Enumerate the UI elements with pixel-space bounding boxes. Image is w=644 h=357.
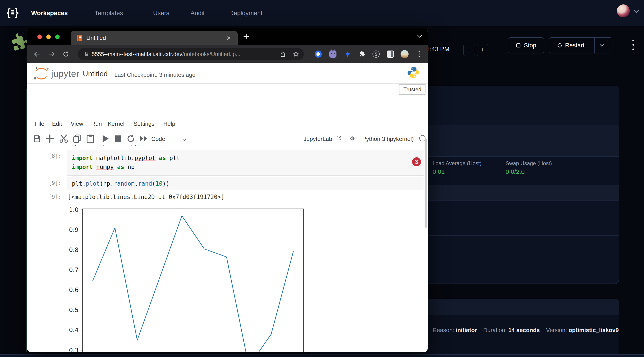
menu-file[interactable]: File [35,120,44,127]
build-duration-label: Duration: [483,327,507,334]
restart-options-chevron-icon[interactable] [600,44,604,47]
cell-9-prompt: [9]: [48,180,62,186]
build-version-value: optimistic_liskov9 [568,327,619,334]
matplotlib-line-chart: 0.20.30.40.50.60.70.80.91.002468 [60,202,348,352]
nav-item-templates[interactable]: Templates [94,0,123,26]
nav-item-deployment[interactable]: Deployment [229,0,262,26]
menu-run[interactable]: Run [91,120,102,127]
zoom-out-button[interactable]: − [463,44,475,56]
svg-text:0.4: 0.4 [69,326,78,334]
user-avatar[interactable] [617,4,630,17]
notification-count: 3 [415,159,418,165]
cell-type-select[interactable]: Code [151,136,165,142]
workspace-kebab-menu[interactable] [631,38,635,53]
cell-type-chevron-icon[interactable] [182,138,186,141]
cat-extension-icon[interactable] [329,50,336,58]
url-path: /notebooks/Untitled.ip... [182,51,240,58]
menu-kernel[interactable]: Kernel [108,120,124,127]
profile-avatar-icon[interactable] [400,50,408,58]
run-all-cells-icon[interactable] [139,134,149,144]
restart-button-label: Restart... [565,42,590,49]
nav-item-workspaces[interactable]: Workspaces [31,0,68,26]
stop-workspace-button[interactable]: Stop [508,38,544,54]
menu-help[interactable]: Help [163,120,175,127]
user-menu-chevron-icon[interactable] [633,9,639,13]
svg-text:0.7: 0.7 [69,266,78,273]
lock-icon [84,52,88,57]
notebook-scrollbar[interactable] [424,139,427,228]
nav-item-audit[interactable]: Audit [190,0,205,26]
menu-view[interactable]: View [71,120,83,127]
restart-workspace-button[interactable]: Restart... [549,38,612,54]
browser-toolbar: 5555--main--test--matifali.atif.cdr.dev/… [27,45,428,63]
sidepanel-extension-icon[interactable] [387,50,394,58]
output-9-text: [<matplotlib.lines.Line2D at 0x7fd03f191… [68,192,224,202]
coder-logo[interactable] [6,6,20,20]
debugger-bug-icon[interactable] [349,135,355,141]
bottom-section-edge [0,354,644,357]
restart-kernel-icon[interactable] [126,134,136,144]
cell-9-input[interactable]: plt.plot(np.random.rand(10)) [67,177,424,190]
window-zoom-button[interactable] [55,34,60,39]
nav-item-users[interactable]: Users [153,0,169,26]
svg-text:0.5: 0.5 [69,306,78,314]
tab-title: Untitled [86,34,106,42]
paste-cell-icon[interactable] [86,134,95,144]
trusted-button[interactable]: Trusted [399,84,426,94]
new-tab-button[interactable] [244,34,249,40]
forward-button[interactable] [48,50,55,58]
reload-button[interactable] [62,50,70,58]
kernel-name[interactable]: Python 3 (ipykernel) [362,136,414,142]
swap-usage-value: 0.0/2.0 [506,168,525,176]
run-cell-icon[interactable] [100,134,110,144]
svg-text:0.3: 0.3 [69,347,78,352]
cell-8-prompt: [8]: [48,153,62,159]
url-host: 5555--main--test--matifali.atif.cdr.dev [92,51,182,58]
onepassword-extension-icon[interactable] [315,50,322,58]
chrome-menu-kebab-icon[interactable] [418,50,420,58]
save-icon[interactable] [32,134,42,144]
tab-close-icon[interactable] [226,36,231,40]
notebook-title[interactable]: Untitled [83,70,108,78]
lightning-extension-icon[interactable] [344,50,351,58]
python-logo [407,66,420,79]
copy-cell-icon[interactable] [72,134,82,144]
external-link-icon[interactable] [336,135,342,141]
menu-edit[interactable]: Edit [52,120,62,127]
cut-cell-icon[interactable] [59,134,68,144]
output-9-prompt: [9]: [48,194,62,200]
window-close-button[interactable] [38,34,42,39]
svg-text:0.9: 0.9 [69,226,78,233]
window-minimize-button[interactable] [46,34,51,39]
notebook-favicon [76,34,83,42]
share-icon[interactable] [280,51,286,57]
zoom-in-button[interactable]: + [477,44,488,56]
load-average-label: Load Average (Host) [432,160,482,166]
restart-icon [557,43,562,48]
menu-settings[interactable]: Settings [134,120,154,127]
svg-text:0.6: 0.6 [69,286,78,293]
svg-text:1.0: 1.0 [69,206,78,213]
back-button[interactable] [34,50,40,58]
build-meta-row: Reason: initiator Duration: 14 seconds V… [432,327,619,334]
cell-8-input[interactable]: import matplotlib.pyplot as pltimport nu… [67,150,424,176]
code-line: plt.plot(np.random.rand(10)) [72,179,419,188]
code-line: import matplotlib.pyplot as plt [72,154,419,162]
load-average-value: 0.01 [432,168,445,176]
build-reason-label: Reason: [432,327,454,334]
jupyter-page: jupyter Untitled Last Checkpoint: 3 minu… [27,63,428,352]
address-bar[interactable]: 5555--main--test--matifali.atif.cdr.dev/… [78,48,304,60]
jupyter-logo [33,67,50,80]
browser-tab[interactable]: Untitled [71,31,238,45]
browser-window: Untitled 5555--main--test- [27,28,428,352]
notification-badge[interactable]: 3 [411,156,422,167]
s-extension-icon[interactable]: S [372,50,380,58]
bookmark-star-icon[interactable] [293,51,299,57]
interrupt-kernel-icon[interactable] [113,134,123,144]
tab-search-chevron-icon[interactable] [417,34,422,38]
extensions-puzzle-icon[interactable] [359,50,366,57]
jupyterlab-link[interactable]: JupyterLab [304,136,332,142]
build-reason-value: initiator [456,327,477,334]
clipped-cell-remnant: import matplotlib.pyplot as plt [68,145,268,148]
add-cell-icon[interactable] [45,134,55,144]
